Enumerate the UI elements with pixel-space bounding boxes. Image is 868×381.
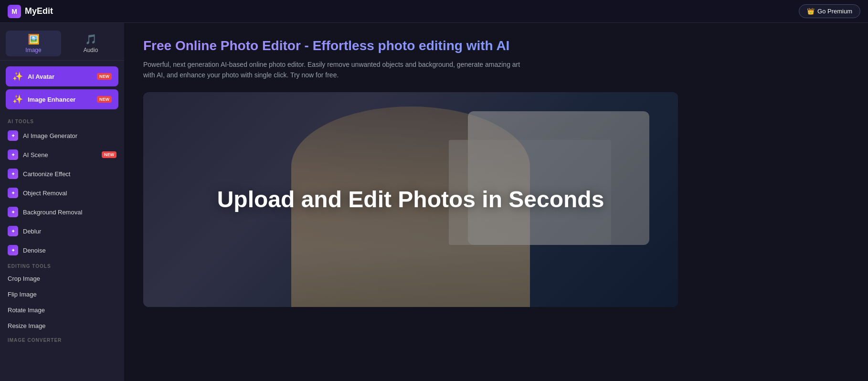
sidebar-item-rotate-image[interactable]: Rotate Image: [0, 302, 124, 318]
page-title: Free Online Photo Editor - Effortless ph…: [143, 38, 849, 53]
flip-image-label: Flip Image: [8, 291, 116, 298]
ai-avatar-label: AI Avatar: [28, 73, 92, 80]
hero-overlay-text: Upload and Edit Photos in Seconds: [217, 186, 604, 213]
audio-tab-icon: 🎵: [85, 33, 97, 45]
sidebar-item-object-removal[interactable]: ✦ Object Removal: [0, 183, 124, 202]
image-enhancer-icon: ✨: [12, 94, 23, 105]
ai-image-generator-icon: ✦: [8, 130, 18, 141]
crop-image-label: Crop Image: [8, 275, 116, 282]
hero-overlay: Upload and Edit Photos in Seconds: [143, 92, 678, 307]
resize-image-label: Resize Image: [8, 322, 116, 329]
deblur-label: Deblur: [23, 228, 116, 235]
image-enhancer-label: Image Enhancer: [28, 96, 92, 103]
ai-scene-icon: ✦: [8, 149, 18, 160]
ai-avatar-icon: ✨: [12, 71, 23, 82]
ai-image-generator-label: AI Image Generator: [23, 132, 116, 139]
tab-image[interactable]: 🖼️ Image: [6, 31, 61, 56]
sidebar-item-background-removal[interactable]: ✦ Background Removal: [0, 202, 124, 222]
image-enhancer-badge: NEW: [97, 96, 112, 103]
sidebar: 🖼️ Image 🎵 Audio ✨ AI Avatar NEW ✨ Image…: [0, 23, 124, 381]
ai-avatar-card[interactable]: ✨ AI Avatar NEW: [6, 66, 118, 86]
top-nav: M MyEdit 👑 Go Premium: [0, 0, 868, 23]
sidebar-item-denoise[interactable]: ✦ Denoise: [0, 241, 124, 260]
featured-cards: ✨ AI Avatar NEW ✨ Image Enhancer NEW: [0, 64, 124, 111]
sidebar-item-crop-image[interactable]: Crop Image: [0, 271, 124, 286]
cartoonize-label: Cartoonize Effect: [23, 170, 116, 178]
main-layout: 🖼️ Image 🎵 Audio ✨ AI Avatar NEW ✨ Image…: [0, 23, 868, 381]
cartoonize-icon: ✦: [8, 169, 18, 179]
logo-text: MyEdit: [25, 6, 53, 16]
content-area: Free Online Photo Editor - Effortless ph…: [124, 23, 868, 381]
deblur-icon: ✦: [8, 226, 18, 236]
object-removal-label: Object Removal: [23, 190, 116, 197]
background-removal-icon: ✦: [8, 207, 18, 217]
sidebar-item-deblur[interactable]: ✦ Deblur: [0, 222, 124, 241]
hero-container: Upload and Edit Photos in Seconds: [143, 92, 678, 307]
go-premium-label: Go Premium: [817, 8, 852, 15]
tab-row: 🖼️ Image 🎵 Audio: [0, 27, 124, 61]
image-tab-label: Image: [25, 47, 41, 53]
sidebar-item-ai-scene[interactable]: ✦ AI Scene NEW: [0, 145, 124, 164]
tab-audio[interactable]: 🎵 Audio: [63, 31, 118, 56]
page-subtitle: Powerful, next generation AI-based onlin…: [143, 59, 525, 81]
logo-icon: M: [8, 5, 21, 18]
background-removal-label: Background Removal: [23, 209, 116, 216]
logo-area: M MyEdit: [8, 5, 53, 18]
denoise-label: Denoise: [23, 247, 116, 254]
image-tab-icon: 🖼️: [28, 33, 40, 45]
denoise-icon: ✦: [8, 245, 18, 255]
image-enhancer-card[interactable]: ✨ Image Enhancer NEW: [6, 89, 118, 109]
ai-scene-label: AI Scene: [23, 151, 97, 159]
sidebar-item-ai-image-generator[interactable]: ✦ AI Image Generator: [0, 126, 124, 145]
ai-scene-badge: NEW: [102, 151, 116, 158]
go-premium-button[interactable]: 👑 Go Premium: [799, 4, 860, 18]
audio-tab-label: Audio: [84, 47, 98, 53]
crown-icon: 👑: [807, 8, 815, 15]
editing-tools-section-label: EDITING TOOLS: [0, 260, 124, 271]
ai-tools-section-label: AI TOOLS: [0, 115, 124, 126]
image-converter-section-label: IMAGE CONVERTER: [0, 334, 124, 345]
ai-avatar-badge: NEW: [97, 73, 112, 80]
sidebar-item-resize-image[interactable]: Resize Image: [0, 318, 124, 334]
sidebar-item-cartoonize[interactable]: ✦ Cartoonize Effect: [0, 164, 124, 183]
object-removal-icon: ✦: [8, 188, 18, 198]
sidebar-item-flip-image[interactable]: Flip Image: [0, 286, 124, 302]
rotate-image-label: Rotate Image: [8, 307, 116, 314]
